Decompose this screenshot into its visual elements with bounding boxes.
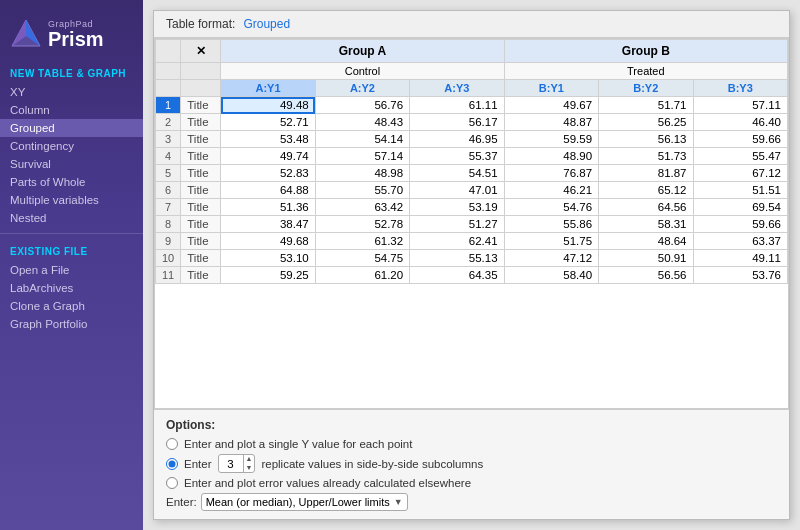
data-cell[interactable]: 63.37	[693, 233, 787, 250]
data-cell[interactable]: 51.27	[410, 216, 504, 233]
data-cell[interactable]: 62.41	[410, 233, 504, 250]
data-cell[interactable]: 49.67	[504, 97, 598, 114]
row-title[interactable]: Title	[181, 233, 221, 250]
data-cell[interactable]: 51.71	[599, 97, 693, 114]
data-cell[interactable]: 81.87	[599, 165, 693, 182]
data-cell[interactable]: 52.78	[315, 216, 409, 233]
data-cell[interactable]: 55.37	[410, 148, 504, 165]
data-cell[interactable]: 55.47	[693, 148, 787, 165]
data-cell[interactable]: 49.74	[221, 148, 315, 165]
data-cell[interactable]: 58.40	[504, 267, 598, 284]
col-header-ay1[interactable]: A:Y1	[221, 80, 315, 97]
row-title[interactable]: Title	[181, 182, 221, 199]
row-title[interactable]: Title	[181, 165, 221, 182]
data-cell[interactable]: 61.11	[410, 97, 504, 114]
data-cell[interactable]: 59.66	[693, 216, 787, 233]
data-cell[interactable]: 64.35	[410, 267, 504, 284]
data-cell[interactable]: 56.17	[410, 114, 504, 131]
spinner-up[interactable]: ▲	[244, 455, 255, 463]
row-title[interactable]: Title	[181, 97, 221, 114]
data-cell[interactable]: 54.76	[504, 199, 598, 216]
col-header-by1[interactable]: B:Y1	[504, 80, 598, 97]
sidebar-item-survival[interactable]: Survival	[0, 155, 143, 173]
sidebar-item-clone-graph[interactable]: Clone a Graph	[0, 297, 143, 315]
data-cell[interactable]: 46.95	[410, 131, 504, 148]
enter-select[interactable]: Mean (or median), Upper/Lower limits ▼	[201, 493, 408, 511]
data-cell[interactable]: 52.83	[221, 165, 315, 182]
data-cell[interactable]: 50.91	[599, 250, 693, 267]
data-cell[interactable]: 49.11	[693, 250, 787, 267]
clear-icon-cell[interactable]: ✕	[181, 40, 221, 63]
data-cell[interactable]: 55.13	[410, 250, 504, 267]
data-cell[interactable]: 58.31	[599, 216, 693, 233]
data-cell[interactable]: 59.66	[693, 131, 787, 148]
radio-replicate[interactable]	[166, 458, 178, 470]
data-cell[interactable]: 51.75	[504, 233, 598, 250]
row-title[interactable]: Title	[181, 267, 221, 284]
sidebar-item-graph-portfolio[interactable]: Graph Portfolio	[0, 315, 143, 333]
radio-error-values[interactable]	[166, 477, 178, 489]
sidebar-item-grouped[interactable]: Grouped	[0, 119, 143, 137]
data-cell[interactable]: 48.64	[599, 233, 693, 250]
data-cell[interactable]: 48.87	[504, 114, 598, 131]
data-cell[interactable]: 53.48	[221, 131, 315, 148]
data-cell[interactable]: 53.76	[693, 267, 787, 284]
data-cell[interactable]: 61.32	[315, 233, 409, 250]
data-cell[interactable]: 64.88	[221, 182, 315, 199]
data-cell[interactable]: 53.10	[221, 250, 315, 267]
sidebar-item-column[interactable]: Column	[0, 101, 143, 119]
data-cell[interactable]: 55.86	[504, 216, 598, 233]
row-title[interactable]: Title	[181, 131, 221, 148]
data-cell[interactable]: 48.90	[504, 148, 598, 165]
data-cell[interactable]: 46.21	[504, 182, 598, 199]
data-cell[interactable]: 48.98	[315, 165, 409, 182]
data-cell[interactable]: 56.25	[599, 114, 693, 131]
data-cell[interactable]: 64.56	[599, 199, 693, 216]
replicate-spinner[interactable]: ▲ ▼	[218, 454, 256, 473]
data-cell[interactable]: 59.59	[504, 131, 598, 148]
row-title[interactable]: Title	[181, 199, 221, 216]
data-cell[interactable]: 51.36	[221, 199, 315, 216]
data-cell[interactable]: 69.54	[693, 199, 787, 216]
col-header-ay2[interactable]: A:Y2	[315, 80, 409, 97]
data-cell[interactable]: 49.68	[221, 233, 315, 250]
row-title[interactable]: Title	[181, 114, 221, 131]
data-cell[interactable]: 53.19	[410, 199, 504, 216]
data-cell[interactable]: 57.11	[693, 97, 787, 114]
data-cell[interactable]: 76.87	[504, 165, 598, 182]
col-header-ay3[interactable]: A:Y3	[410, 80, 504, 97]
data-cell[interactable]: 59.25	[221, 267, 315, 284]
sidebar-item-open-file[interactable]: Open a File	[0, 261, 143, 279]
data-cell[interactable]: 61.20	[315, 267, 409, 284]
data-cell[interactable]: 51.73	[599, 148, 693, 165]
data-cell[interactable]: 51.51	[693, 182, 787, 199]
col-header-by3[interactable]: B:Y3	[693, 80, 787, 97]
data-cell[interactable]: 55.70	[315, 182, 409, 199]
data-cell[interactable]: 47.12	[504, 250, 598, 267]
data-cell[interactable]: 52.71	[221, 114, 315, 131]
sidebar-item-parts-of-whole[interactable]: Parts of Whole	[0, 173, 143, 191]
data-cell[interactable]: 48.43	[315, 114, 409, 131]
col-header-by2[interactable]: B:Y2	[599, 80, 693, 97]
data-cell[interactable]: 49.48	[221, 97, 315, 114]
sidebar-item-multiple-variables[interactable]: Multiple variables	[0, 191, 143, 209]
data-cell[interactable]: 63.42	[315, 199, 409, 216]
data-cell[interactable]: 54.75	[315, 250, 409, 267]
data-cell[interactable]: 56.56	[599, 267, 693, 284]
replicate-input[interactable]	[219, 457, 243, 471]
data-table-container[interactable]: ✕ Group A Group B Control Treated A:Y1	[154, 38, 789, 409]
data-cell[interactable]: 46.40	[693, 114, 787, 131]
data-cell[interactable]: 67.12	[693, 165, 787, 182]
data-cell[interactable]: 56.13	[599, 131, 693, 148]
data-cell[interactable]: 56.76	[315, 97, 409, 114]
data-cell[interactable]: 54.14	[315, 131, 409, 148]
data-cell[interactable]: 47.01	[410, 182, 504, 199]
row-title[interactable]: Title	[181, 148, 221, 165]
table-format-value[interactable]: Grouped	[243, 17, 290, 31]
row-title[interactable]: Title	[181, 250, 221, 267]
radio-single-y[interactable]	[166, 438, 178, 450]
data-cell[interactable]: 38.47	[221, 216, 315, 233]
sidebar-item-nested[interactable]: Nested	[0, 209, 143, 227]
data-cell[interactable]: 57.14	[315, 148, 409, 165]
data-cell[interactable]: 54.51	[410, 165, 504, 182]
